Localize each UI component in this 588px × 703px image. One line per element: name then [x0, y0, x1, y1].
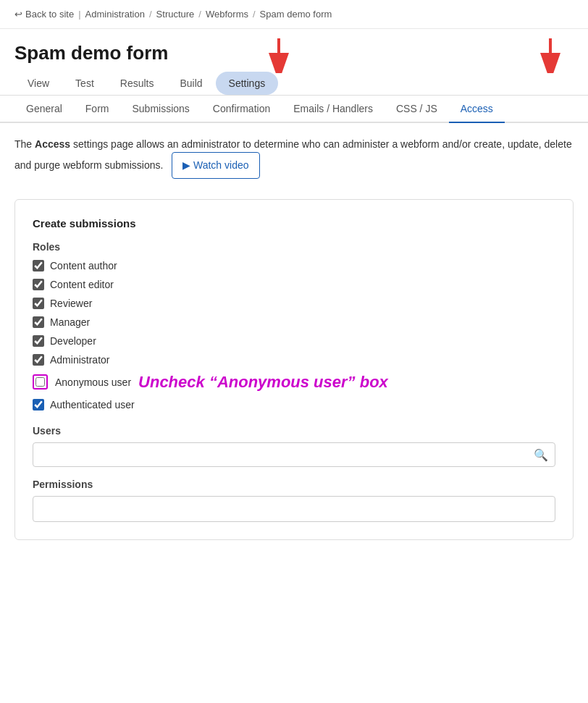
main-content: Create submissions Roles Content author … — [0, 188, 588, 562]
role-developer-label: Developer — [50, 335, 96, 347]
role-manager-checkbox[interactable] — [33, 316, 44, 328]
role-reviewer-checkbox[interactable] — [33, 298, 44, 309]
role-content-author-label: Content author — [50, 260, 117, 271]
permissions-label: Permissions — [33, 479, 555, 490]
role-content-editor-checkbox[interactable] — [33, 279, 44, 290]
role-anonymous-label: Anonymous user — [55, 376, 131, 388]
permissions-input[interactable] — [33, 496, 555, 522]
anonymous-checkbox-highlight — [33, 374, 48, 390]
tab-results[interactable]: Results — [107, 72, 167, 95]
primary-tabs: View Test Results Build Settings — [0, 72, 588, 96]
role-manager-label: Manager — [50, 316, 90, 328]
users-section: Users 🔍 — [33, 425, 555, 467]
description: The Access settings page allows an admin… — [0, 123, 588, 188]
role-authenticated-checkbox[interactable] — [33, 399, 44, 411]
role-manager: Manager — [33, 316, 555, 328]
search-icon: 🔍 — [534, 447, 548, 461]
role-authenticated: Authenticated user — [33, 399, 555, 411]
tab-confirmation[interactable]: Confirmation — [201, 96, 282, 122]
permissions-section: Permissions — [33, 479, 555, 522]
tab-general[interactable]: General — [14, 96, 74, 122]
role-administrator: Administrator — [33, 354, 555, 366]
create-submissions-card: Create submissions Roles Content author … — [14, 199, 574, 540]
tab-test[interactable]: Test — [62, 72, 107, 95]
tab-build[interactable]: Build — [167, 72, 215, 95]
tab-settings[interactable]: Settings — [216, 72, 279, 95]
role-anonymous-row: Anonymous user Uncheck “Anonymous user” … — [33, 373, 555, 392]
users-label: Users — [33, 425, 555, 437]
role-content-editor: Content editor — [33, 279, 555, 290]
users-search-input[interactable] — [33, 442, 555, 467]
back-to-site-link[interactable]: ↩ Back to site — [14, 9, 74, 20]
users-search-wrapper: 🔍 — [33, 442, 555, 467]
secondary-tabs: General Form Submissions Confirmation Em… — [0, 96, 588, 123]
role-reviewer-label: Reviewer — [50, 298, 92, 309]
role-content-editor-label: Content editor — [50, 279, 114, 290]
role-administrator-checkbox[interactable] — [33, 354, 44, 366]
role-content-author: Content author — [33, 260, 555, 271]
role-content-author-checkbox[interactable] — [33, 260, 44, 271]
role-anonymous-checkbox[interactable] — [35, 377, 45, 387]
breadcrumb-admin[interactable]: Administration — [85, 9, 145, 20]
tab-view[interactable]: View — [14, 72, 62, 95]
breadcrumb: ↩ Back to site | Administration / Struct… — [0, 0, 588, 29]
role-authenticated-label: Authenticated user — [50, 399, 135, 411]
annotation-text: Uncheck “Anonymous user” box — [138, 373, 388, 392]
breadcrumb-current: Spam demo form — [260, 9, 332, 20]
role-developer-checkbox[interactable] — [33, 335, 44, 347]
tab-access[interactable]: Access — [449, 96, 505, 123]
back-arrow-icon: ↩ — [14, 9, 22, 20]
role-developer: Developer — [33, 335, 555, 347]
watch-video-button[interactable]: ▶ Watch video — [172, 152, 259, 178]
role-reviewer: Reviewer — [33, 298, 555, 309]
tab-form[interactable]: Form — [74, 96, 121, 122]
tab-css-js[interactable]: CSS / JS — [385, 96, 449, 122]
roles-label: Roles — [33, 241, 555, 253]
description-bold: Access — [35, 138, 70, 150]
breadcrumb-structure[interactable]: Structure — [156, 9, 195, 20]
breadcrumb-webforms[interactable]: Webforms — [206, 9, 248, 20]
page-title: Spam demo form — [0, 29, 588, 72]
tab-emails-handlers[interactable]: Emails / Handlers — [282, 96, 385, 122]
tab-submissions[interactable]: Submissions — [120, 96, 201, 122]
role-administrator-label: Administrator — [50, 354, 109, 366]
create-submissions-title: Create submissions — [33, 217, 555, 230]
